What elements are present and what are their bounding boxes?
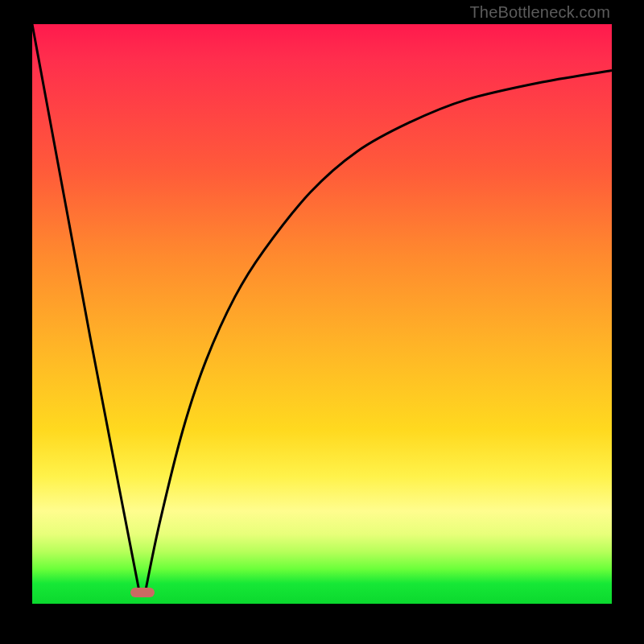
minimum-marker <box>130 588 155 597</box>
curve-left-branch <box>32 24 139 592</box>
curve-right-branch <box>145 71 612 592</box>
bottleneck-curve <box>32 24 612 604</box>
watermark-text: TheBottleneck.com <box>469 3 610 22</box>
chart-frame: TheBottleneck.com <box>0 0 644 644</box>
plot-area <box>32 24 612 604</box>
